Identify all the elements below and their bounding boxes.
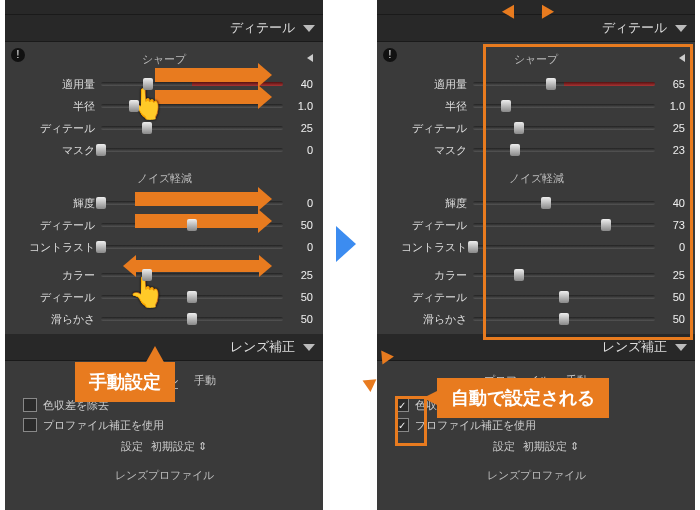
color-label: カラー xyxy=(15,268,95,283)
checkbox-chromatic[interactable] xyxy=(23,398,37,412)
amount-label: 適用量 xyxy=(15,77,95,92)
noise-group-title: ノイズ軽減 xyxy=(15,171,313,186)
sharpen-group-title: シャープ xyxy=(387,52,685,67)
lens-tabs: プロファイル 手動 xyxy=(15,367,313,395)
contrast-value[interactable]: 0 xyxy=(661,241,685,253)
noise-detail-value[interactable]: 73 xyxy=(661,219,685,231)
contrast-value[interactable]: 0 xyxy=(289,241,313,253)
color-detail-label: ディテール xyxy=(15,290,95,305)
mask-value[interactable]: 23 xyxy=(661,144,685,156)
radius-label: 半径 xyxy=(387,99,467,114)
settings-dropdown[interactable]: 初期設定 ⇕ xyxy=(151,439,207,454)
smooth-label: 滑らかさ xyxy=(387,312,467,327)
lens-profile-title: レンズプロファイル xyxy=(387,468,685,483)
detail-label: ディテール xyxy=(387,121,467,136)
color-detail-label: ディテール xyxy=(387,290,467,305)
color-detail-slider[interactable] xyxy=(473,295,655,299)
color-detail-slider[interactable] xyxy=(101,295,283,299)
detail-value[interactable]: 25 xyxy=(661,122,685,134)
noise-detail-slider[interactable] xyxy=(473,223,655,227)
settings-label: 設定 xyxy=(493,439,515,454)
lens-profile-title: レンズプロファイル xyxy=(15,468,313,483)
detail-value[interactable]: 25 xyxy=(289,122,313,134)
color-value[interactable]: 25 xyxy=(661,269,685,281)
color-detail-value[interactable]: 50 xyxy=(661,291,685,303)
luminance-value[interactable]: 40 xyxy=(661,197,685,209)
color-value[interactable]: 25 xyxy=(289,269,313,281)
luminance-label: 輝度 xyxy=(15,196,95,211)
contrast-label: コントラスト xyxy=(387,240,467,255)
smooth-value[interactable]: 50 xyxy=(289,313,313,325)
radius-label: 半径 xyxy=(15,99,95,114)
annotation-arrow xyxy=(155,90,260,104)
collapse-icon[interactable] xyxy=(303,344,315,351)
detail-header[interactable]: ディテール xyxy=(377,15,695,42)
color-slider[interactable] xyxy=(473,273,655,277)
detail-slider[interactable] xyxy=(473,126,655,130)
tab-manual[interactable]: 手動 xyxy=(566,373,588,389)
smooth-slider[interactable] xyxy=(101,317,283,321)
contrast-label: コントラスト xyxy=(15,240,95,255)
amount-value[interactable]: 40 xyxy=(289,78,313,90)
amount-slider[interactable] xyxy=(473,82,655,86)
luminance-slider[interactable] xyxy=(473,201,655,205)
checkbox-chromatic-checked[interactable]: ✓ xyxy=(395,398,409,412)
settings-dropdown[interactable]: 初期設定 ⇕ xyxy=(523,439,579,454)
profile-label: プロファイル補正を使用 xyxy=(43,418,164,433)
annotation-arrow xyxy=(135,214,260,228)
settings-label: 設定 xyxy=(121,439,143,454)
chromatic-label: 色収差を除去 xyxy=(415,398,481,413)
radius-slider[interactable] xyxy=(473,104,655,108)
color-detail-value[interactable]: 50 xyxy=(289,291,313,303)
luminance-label: 輝度 xyxy=(387,196,467,211)
detail-label: ディテール xyxy=(15,121,95,136)
amount-label: 適用量 xyxy=(387,77,467,92)
annotation-arrow xyxy=(155,68,260,82)
lens-header[interactable]: レンズ補正 xyxy=(377,334,695,361)
noise-detail-value[interactable]: 50 xyxy=(289,219,313,231)
radius-slider[interactable] xyxy=(101,104,283,108)
noise-group-title: ノイズ軽減 xyxy=(387,171,685,186)
corner-marker-icon xyxy=(360,374,377,392)
radius-value[interactable]: 1.0 xyxy=(289,100,313,112)
annotation-arrow xyxy=(135,192,260,206)
collapse-icon[interactable] xyxy=(675,344,687,351)
smooth-slider[interactable] xyxy=(473,317,655,321)
detail-title: ディテール xyxy=(602,19,667,37)
mask-slider[interactable] xyxy=(473,148,655,152)
color-label: カラー xyxy=(387,268,467,283)
lens-title: レンズ補正 xyxy=(602,338,667,356)
detail-panel-after: ディテール ! シャープ 適用量65 半径1.0 ディテール25 マスク23 ノ… xyxy=(377,0,695,510)
disclosure-icon[interactable] xyxy=(679,54,685,62)
tab-profile[interactable]: プロファイル xyxy=(112,373,178,389)
lens-tabs: プロファイル 手動 xyxy=(387,367,685,395)
smooth-value[interactable]: 50 xyxy=(661,313,685,325)
contrast-slider[interactable] xyxy=(473,245,655,249)
transition-arrow-icon xyxy=(336,226,356,262)
collapse-icon[interactable] xyxy=(303,25,315,32)
detail-header[interactable]: ディテール xyxy=(5,15,323,42)
luminance-value[interactable]: 0 xyxy=(289,197,313,209)
noise-detail-label: ディテール xyxy=(387,218,467,233)
tab-manual[interactable]: 手動 xyxy=(194,373,216,389)
amount-slider[interactable] xyxy=(101,82,283,86)
contrast-slider[interactable] xyxy=(101,245,283,249)
mask-label: マスク xyxy=(15,143,95,158)
lens-header[interactable]: レンズ補正 xyxy=(5,334,323,361)
profile-label: プロファイル補正を使用 xyxy=(415,418,536,433)
chromatic-label: 色収差を除去 xyxy=(43,398,109,413)
disclosure-icon[interactable] xyxy=(307,54,313,62)
detail-title: ディテール xyxy=(230,19,295,37)
checkbox-profile-checked[interactable]: ✓ xyxy=(395,418,409,432)
mask-label: マスク xyxy=(387,143,467,158)
mask-value[interactable]: 0 xyxy=(289,144,313,156)
noise-detail-label: ディテール xyxy=(15,218,95,233)
tab-profile[interactable]: プロファイル xyxy=(484,373,550,389)
lens-title: レンズ補正 xyxy=(230,338,295,356)
detail-slider[interactable] xyxy=(101,126,283,130)
collapse-icon[interactable] xyxy=(675,25,687,32)
radius-value[interactable]: 1.0 xyxy=(661,100,685,112)
checkbox-profile[interactable] xyxy=(23,418,37,432)
amount-value[interactable]: 65 xyxy=(661,78,685,90)
mask-slider[interactable] xyxy=(101,148,283,152)
